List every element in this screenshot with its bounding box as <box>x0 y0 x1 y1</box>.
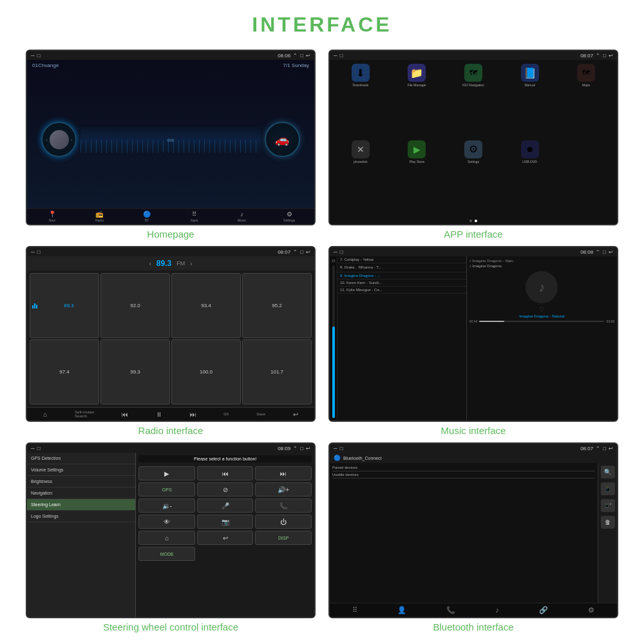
app-igo[interactable]: 🗺iGO Navigation <box>446 64 500 138</box>
hp-date: 7/1 Sunday <box>283 62 309 68</box>
bt-nav-settings[interactable]: ⚙ <box>588 606 594 614</box>
radio-save[interactable]: Save <box>256 412 265 416</box>
sw-gps-detection[interactable]: GPS Detection <box>27 453 135 464</box>
music-list: 7. Coldplay - Yellow 8. Drake、Rihanna - … <box>337 256 467 421</box>
sw-btn-grid: ▶ ⏮ ⏭ GPS ⊘ 🔊+ 🔉- 🎤 📞 👁 📷 ⏻ <box>138 466 312 561</box>
sw-disp[interactable]: DISP <box>255 531 312 545</box>
app-usbdvr[interactable]: ⏺USB-DVR <box>503 140 557 214</box>
track-4[interactable]: 10. Kevin Kern - Sundi... <box>337 279 466 287</box>
radio-prev[interactable]: ‹ <box>149 260 151 267</box>
bt-title: Bluetooth_Connect <box>343 456 382 460</box>
bt-phone-btn[interactable]: 📱 <box>601 482 615 495</box>
sw-power[interactable]: ⏻ <box>255 515 312 529</box>
track-5[interactable]: 11. Kylie Minogue - Ca... <box>337 287 466 294</box>
sw-back-arrow[interactable]: ↩ <box>197 531 254 545</box>
sw-gps-btn[interactable]: GPS <box>138 482 195 497</box>
radio-back[interactable]: ↩ <box>293 411 298 418</box>
radio-controls: ⌂ Self-motionSearch ⏮ ⏸ ⏭ DX Save ↩ <box>27 407 314 421</box>
nav-radio[interactable]: 📻Radio <box>76 211 124 222</box>
sw-next[interactable]: ⏭ <box>255 466 312 480</box>
cell-music: ─□ 08:08⌃□↩ 15 7. Coldplay - Yellow 8. D… <box>328 246 618 436</box>
screen-steering: ─□ 08:09⌃□↩ GPS Detection Volume Setting… <box>26 442 316 618</box>
radio-home[interactable]: ⌂ <box>43 411 47 418</box>
cell-radio: ─□ 08:07⌃□↩ ‹ 89.3 FM › <box>26 246 316 436</box>
car-icon: 🚗 <box>275 133 289 147</box>
caption-radio: Radio interface <box>138 425 204 436</box>
radio-next-track[interactable]: ⏭ <box>190 411 196 418</box>
preset-4[interactable]: 95.2 <box>242 273 312 338</box>
sw-mic[interactable]: 🎤 <box>197 498 254 513</box>
preset-5[interactable]: 97.4 <box>30 339 99 404</box>
nav-music[interactable]: ♪Music <box>218 211 266 222</box>
bt-nav-link[interactable]: 🔗 <box>539 606 548 614</box>
app-downloads[interactable]: ⬇Downloads <box>334 64 388 138</box>
track-2[interactable]: 8. Drake、Rihanna - T... <box>337 263 466 272</box>
bt-nav-music[interactable]: ♪ <box>495 606 499 614</box>
sw-vol-down[interactable]: 🔉- <box>138 498 195 513</box>
caption-app: APP interface <box>444 229 502 240</box>
bt-nav-grid[interactable]: ⠿ <box>352 606 357 614</box>
app-phonelink[interactable]: ✕phonelink <box>334 140 388 214</box>
sw-steering-learn[interactable]: Steering Learn <box>27 499 135 511</box>
nav-settings[interactable]: ⚙Settings <box>265 211 313 222</box>
sw-phone[interactable]: 📞 <box>255 498 312 513</box>
sw-home[interactable]: ⌂ <box>138 531 195 545</box>
hp-nav-bar: 📍Navi 📻Radio 🔵BT ⠿Apps ♪Music ⚙Settings <box>27 208 314 224</box>
gauge-left: ‹ › <box>41 122 77 157</box>
preset-3[interactable]: 93.4 <box>171 273 241 338</box>
radio-unit: FM <box>176 260 185 267</box>
screen-bluetooth: ─□ 08:07⌃□↩ 🔵 Bluetooth_Connect Paired d… <box>328 442 618 618</box>
preset-8[interactable]: 101.7 <box>242 339 312 404</box>
sw-play[interactable]: ▶ <box>138 466 195 480</box>
bt-content: Paired devices Usable devices 🔍 📱 📱° 🗑 <box>330 463 617 603</box>
bt-search-btn[interactable]: 🔍 <box>601 466 615 478</box>
app-manual[interactable]: 📘Manual <box>503 64 557 138</box>
avatar <box>50 130 69 149</box>
radio-next[interactable]: › <box>190 260 192 267</box>
sw-prev[interactable]: ⏮ <box>197 466 254 480</box>
radio-freq-bar: ‹ 89.3 FM › <box>27 256 314 270</box>
preset-7[interactable]: 100.0 <box>171 339 241 404</box>
preset-1[interactable]: 89.3 <box>30 273 99 338</box>
radio-selfmotion[interactable]: Self-motionSearch <box>75 410 94 418</box>
caption-homepage: Homepage <box>147 229 194 240</box>
bt-nav-phone[interactable]: 📞 <box>446 606 455 614</box>
sw-volume[interactable]: Volume Settings <box>27 464 135 476</box>
sw-eye[interactable]: 👁 <box>138 515 195 529</box>
heart-icon[interactable]: ♡ <box>469 306 614 313</box>
up-next-label: ♪ Imagine Dragons - Natu <box>469 259 614 263</box>
app-playstore[interactable]: ▶Play Store <box>390 140 444 214</box>
hp-track: 01Chuange <box>32 62 59 68</box>
bt-action-icons: 🔍 📱 📱° 🗑 <box>598 463 617 603</box>
sw-mute[interactable]: ⊘ <box>197 482 254 497</box>
preset-2[interactable]: 92.0 <box>100 273 170 338</box>
radio-play[interactable]: ⏸ <box>156 411 162 418</box>
track-1[interactable]: 7. Coldplay - Yellow <box>337 256 466 263</box>
sw-mode[interactable]: MODE <box>138 547 195 561</box>
nav-apps[interactable]: ⠿Apps <box>171 211 218 222</box>
progress-bar: 00:44 03:09 <box>469 319 614 323</box>
sw-navigation[interactable]: Navigation <box>27 488 135 499</box>
radio-prev-track[interactable]: ⏮ <box>122 411 128 418</box>
bt-delete-btn[interactable]: 🗑 <box>601 516 615 529</box>
bt-nav-contact[interactable]: 👤 <box>397 606 406 614</box>
preset-6[interactable]: 99.3 <box>100 339 170 404</box>
screen-homepage: ─□ 08:06 ⌃□↩ 01Chuange 7/1 Sunday <box>26 50 316 225</box>
bt-phone2-btn[interactable]: 📱° <box>601 499 615 512</box>
track-3[interactable]: 9. Imagine Dragons - ... <box>337 272 466 279</box>
app-settings[interactable]: ⚙Settings <box>446 140 500 214</box>
sw-brightness[interactable]: Brightness <box>27 476 135 488</box>
bt-header: 🔵 Bluetooth_Connect <box>330 453 617 463</box>
sw-camera[interactable]: 📷 <box>197 515 254 529</box>
app-maps[interactable]: 🗺Maps <box>559 64 613 138</box>
nav-navi[interactable]: 📍Navi <box>28 211 76 222</box>
sw-logo[interactable]: Logo Settings <box>27 511 135 522</box>
radio-dx[interactable]: DX <box>223 412 229 416</box>
volume-sidebar: 15 <box>330 256 337 421</box>
app-filemanager[interactable]: 📁File Manager <box>390 64 444 138</box>
caption-music: Music interface <box>441 425 506 436</box>
nav-bt[interactable]: 🔵BT <box>123 211 171 222</box>
sw-vol-up[interactable]: 🔊+ <box>255 482 312 497</box>
sw-instruction: Please select a function button! <box>138 455 312 462</box>
app-grid: ⬇Downloads 📁File Manager 🗺iGO Navigation… <box>330 60 617 218</box>
